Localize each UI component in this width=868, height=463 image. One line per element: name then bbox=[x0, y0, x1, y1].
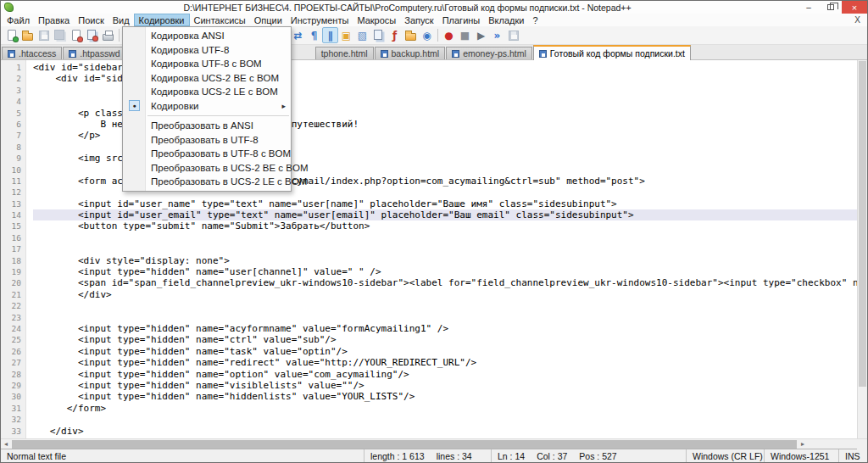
horizontal-scrollbar-thumb[interactable] bbox=[12, 440, 797, 449]
monitoring-icon[interactable]: ◉ bbox=[419, 27, 435, 43]
line-number: 27 bbox=[1, 357, 25, 368]
code-line[interactable] bbox=[33, 232, 857, 243]
document-switcher-icon[interactable] bbox=[370, 27, 387, 43]
menu-item-Макросы[interactable]: Макросы bbox=[353, 14, 400, 26]
open-file-icon[interactable] bbox=[19, 27, 36, 43]
close-button[interactable]: × bbox=[842, 1, 867, 14]
function-list-icon[interactable]: ƒ bbox=[387, 27, 403, 43]
indent-guide-icon[interactable]: ∥ bbox=[322, 27, 338, 43]
code-line[interactable]: </div> bbox=[33, 289, 857, 300]
new-file-icon[interactable] bbox=[3, 27, 19, 43]
menu-item-Правка[interactable]: Правка bbox=[34, 14, 74, 26]
encoding-menu-item[interactable]: Кодировка UCS-2 BE с BOM bbox=[123, 71, 291, 86]
saved-file-icon bbox=[8, 50, 15, 58]
encoding-menu-item[interactable]: Преобразовать в UTF-8 bbox=[123, 133, 291, 148]
menu-item-?[interactable]: ? bbox=[528, 14, 542, 26]
code-line[interactable]: </div> bbox=[33, 426, 857, 437]
word-wrap-icon[interactable]: ⇄ bbox=[290, 27, 306, 43]
horizontal-scrollbar[interactable]: ◂ ▸ bbox=[1, 438, 867, 449]
code-line[interactable]: <input type="hidden" name="option" value… bbox=[33, 369, 857, 380]
print-icon[interactable] bbox=[100, 27, 116, 43]
vertical-scrollbar-thumb[interactable] bbox=[859, 61, 866, 387]
code-line[interactable]: <div style="display: none"> bbox=[33, 255, 857, 266]
status-doc-type: Normal text file bbox=[1, 449, 364, 462]
vertical-scrollbar[interactable] bbox=[857, 60, 867, 438]
minimize-button[interactable]: – bbox=[798, 1, 820, 14]
menu-item-Кодировки[interactable]: Кодировки bbox=[134, 14, 190, 26]
encoding-menu-item[interactable]: Преобразовать в UTF-8 с BOM bbox=[123, 147, 291, 161]
menu-item-Вид[interactable]: Вид bbox=[108, 14, 134, 26]
document-map-icon[interactable]: ▧ bbox=[354, 27, 370, 43]
encoding-menu-item[interactable]: Кодировка UCS-2 LE с BOM bbox=[123, 85, 291, 99]
menu-item-Плагины[interactable]: Плагины bbox=[438, 14, 485, 26]
code-line[interactable]: <input type="hidden" name="visiblelists"… bbox=[33, 380, 857, 391]
code-line[interactable] bbox=[33, 414, 857, 425]
line-number: 24 bbox=[1, 323, 25, 334]
macro-record-icon[interactable]: ● bbox=[441, 27, 457, 43]
tab[interactable]: emoney-ps.html bbox=[446, 47, 532, 59]
define-language-icon[interactable]: ▣ bbox=[338, 27, 354, 43]
menu-item-Файл[interactable]: Файл bbox=[3, 14, 34, 26]
menu-item-label: Преобразовать в UCS-2 LE с BOM bbox=[146, 176, 307, 187]
encoding-menu-item[interactable]: Кодировка ANSI bbox=[123, 29, 291, 43]
scroll-left-arrow-icon[interactable]: ◂ bbox=[1, 439, 11, 449]
menu-item-Синтаксисы[interactable]: Синтаксисы bbox=[190, 14, 250, 26]
tab[interactable]: tphone.html bbox=[315, 47, 374, 59]
code-line[interactable]: <input type="hidden" name="user[channel]… bbox=[33, 266, 857, 277]
encoding-menu-item[interactable]: Преобразовать в UCS-2 BE с BOM bbox=[123, 161, 291, 176]
code-line[interactable] bbox=[33, 300, 857, 311]
encoding-menu-item[interactable]: Преобразовать в ANSI bbox=[123, 119, 291, 133]
menu-item-label: Преобразовать в UCS-2 BE с BOM bbox=[146, 163, 309, 173]
code-line[interactable]: </form> bbox=[33, 403, 857, 414]
menu-item-Опции[interactable]: Опции bbox=[250, 14, 287, 26]
encoding-menu-item[interactable]: Кодировка UTF-8 bbox=[123, 43, 291, 58]
tab[interactable]: .htpasswd bbox=[63, 47, 125, 59]
menu-item-label: Преобразовать в UTF-8 bbox=[146, 135, 291, 145]
macro-stop-icon[interactable]: ■ bbox=[457, 27, 473, 43]
tab-active[interactable]: Готовый код формы подписки.txt bbox=[533, 45, 691, 60]
save-all-icon[interactable] bbox=[52, 27, 68, 43]
encoding-menu-item[interactable]: Кодировка UTF-8 с BOM bbox=[123, 57, 291, 71]
menu-item-Поиск[interactable]: Поиск bbox=[74, 14, 108, 26]
close-all-icon-dot bbox=[92, 36, 98, 42]
encoding-menu-item[interactable]: ●Кодировки▸ bbox=[123, 99, 291, 114]
menu-item-Вкладки[interactable]: Вкладки bbox=[484, 14, 528, 26]
code-line[interactable]: <input type="hidden" name="ctrl" value="… bbox=[33, 334, 857, 345]
code-line[interactable]: <input type="hidden" name="acyformname" … bbox=[33, 323, 857, 334]
tab[interactable]: .htaccess bbox=[2, 47, 62, 59]
macro-run-multiple-icon[interactable]: » bbox=[489, 27, 505, 43]
line-number: 23 bbox=[1, 312, 25, 323]
code-line[interactable]: <span id="span_field_channelpreview_ukr-… bbox=[33, 277, 857, 288]
status-insert-mode: INS bbox=[838, 449, 867, 462]
show-all-characters-icon[interactable]: ¶ bbox=[306, 27, 322, 43]
macro-play-icon[interactable]: ▶ bbox=[473, 27, 489, 43]
macro-save-icon[interactable] bbox=[505, 27, 521, 43]
line-number: 6 bbox=[1, 119, 25, 130]
scrollbar-corner bbox=[857, 439, 867, 449]
close-all-icon[interactable] bbox=[84, 27, 100, 43]
tab[interactable]: backup.html bbox=[375, 47, 446, 59]
menu-item-Инструменты[interactable]: Инструменты bbox=[287, 14, 353, 26]
code-line[interactable]: <input id="user_name" type="text" name="… bbox=[33, 198, 857, 209]
menu-item-Запуск[interactable]: Запуск bbox=[400, 14, 437, 26]
close-file-icon[interactable] bbox=[68, 27, 84, 43]
code-line[interactable]: <button type="submit" name="Submit">Забр… bbox=[33, 220, 857, 232]
doc-close-x[interactable]: X bbox=[848, 15, 867, 25]
scroll-right-arrow-icon[interactable]: ▸ bbox=[798, 439, 808, 449]
code-line[interactable] bbox=[33, 312, 857, 323]
restore-button[interactable] bbox=[820, 1, 842, 14]
status-lines: lines : 34 bbox=[437, 451, 472, 461]
code-line[interactable]: <input type="hidden" name="task" value="… bbox=[33, 346, 857, 357]
menu-item-label: Преобразовать в UTF-8 с BOM bbox=[146, 148, 291, 159]
encoding-menu-item[interactable]: Преобразовать в UCS-2 LE с BOM bbox=[123, 175, 291, 189]
code-line-current[interactable]: <input id="user_email" type="text" name=… bbox=[33, 209, 857, 220]
menu-item-label: Преобразовать в ANSI bbox=[146, 120, 291, 131]
code-line[interactable]: <input type="hidden" name="redirect" val… bbox=[33, 357, 857, 368]
menu-item-label: Кодировка UTF-8 с BOM bbox=[146, 59, 291, 69]
line-number: 15 bbox=[1, 220, 25, 232]
code-line[interactable]: <input type="hidden" name="hiddenlists" … bbox=[33, 391, 857, 402]
tab-label: emoney-ps.html bbox=[463, 48, 526, 59]
code-line[interactable] bbox=[33, 243, 857, 254]
folder-workspace-icon[interactable] bbox=[403, 27, 419, 43]
save-icon[interactable] bbox=[36, 27, 52, 43]
